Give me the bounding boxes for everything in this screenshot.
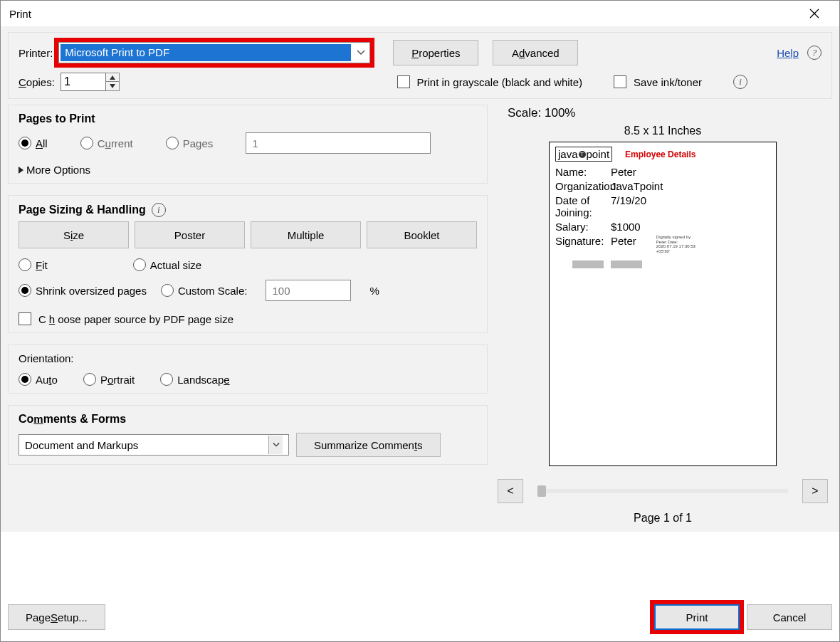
- custom-scale-input[interactable]: [266, 280, 351, 301]
- page-dimensions: 8.5 x 11 Inches: [498, 125, 828, 137]
- pages-to-print-title: Pages to Print: [19, 112, 477, 125]
- summarize-comments-button[interactable]: Summarize Comments: [296, 433, 441, 457]
- copies-input[interactable]: [61, 73, 106, 91]
- help-link[interactable]: Help: [777, 47, 799, 59]
- printer-label: Printer:: [19, 47, 53, 59]
- copies-up[interactable]: [106, 73, 119, 82]
- copies-down[interactable]: [106, 82, 119, 90]
- svg-marker-0: [110, 75, 115, 80]
- comments-select[interactable]: Document and Markups: [19, 434, 289, 456]
- custom-scale-radio[interactable]: Custom Scale:: [161, 284, 248, 297]
- actual-size-radio[interactable]: Actual size: [133, 258, 202, 271]
- tab-multiple[interactable]: Multiple: [251, 221, 361, 248]
- logo-icon: java T point: [555, 147, 612, 162]
- page-preview: java T point Employee Details Name:Peter…: [549, 142, 777, 466]
- page-setup-button[interactable]: Page Setup...: [8, 604, 105, 630]
- page-slider[interactable]: [537, 489, 788, 493]
- inktoner-checkbox[interactable]: Save ink/toner: [614, 75, 702, 88]
- comments-title: Comments & Forms: [19, 413, 477, 426]
- pages-current-radio[interactable]: Current: [80, 137, 133, 149]
- copies-label: Copies:: [19, 76, 55, 88]
- fit-radio[interactable]: Fit: [19, 258, 48, 271]
- help-info-icon[interactable]: ?: [807, 46, 821, 60]
- window-title: Print: [9, 8, 798, 20]
- pages-range-radio[interactable]: Pages: [166, 137, 214, 149]
- triangle-right-icon: [19, 167, 23, 174]
- percent-label: %: [369, 285, 379, 297]
- print-button[interactable]: Print: [654, 604, 740, 630]
- inktoner-info-icon[interactable]: i: [733, 75, 747, 89]
- properties-button[interactable]: Properties: [393, 40, 478, 65]
- preview-table: Name:Peter Organization:JavaTpoint Date …: [555, 166, 770, 253]
- paper-source-checkbox[interactable]: Choose paper source by PDF page size: [19, 312, 477, 325]
- tab-booklet[interactable]: Booklet: [367, 221, 477, 248]
- chevron-down-icon: [268, 436, 283, 454]
- advanced-button[interactable]: Advanced: [493, 40, 578, 65]
- orientation-auto-radio[interactable]: Auto: [19, 373, 58, 386]
- page-of-label: Page 1 of 1: [498, 512, 828, 525]
- pages-all-radio[interactable]: All: [19, 137, 48, 149]
- sizing-title: Page Sizing & Handling: [19, 204, 146, 216]
- more-options-toggle[interactable]: More Options: [19, 164, 477, 176]
- tab-poster[interactable]: Poster: [135, 221, 245, 248]
- preview-title: Employee Details: [625, 149, 695, 159]
- shrink-radio[interactable]: Shrink oversized pages: [19, 284, 147, 297]
- orientation-landscape-radio[interactable]: Landscape: [160, 373, 229, 386]
- orientation-portrait-radio[interactable]: Portrait: [83, 373, 135, 386]
- printer-selected-value: Microsoft Print to PDF: [61, 44, 351, 61]
- cancel-button[interactable]: Cancel: [747, 604, 832, 630]
- scale-label: Scale: 100%: [508, 106, 828, 120]
- close-button[interactable]: [798, 2, 831, 25]
- tab-size[interactable]: Size: [19, 221, 129, 248]
- sizing-info-icon[interactable]: i: [152, 203, 166, 217]
- next-page-button[interactable]: >: [802, 479, 828, 503]
- pages-range-input[interactable]: [246, 132, 431, 154]
- svg-marker-1: [110, 84, 115, 88]
- prev-page-button[interactable]: <: [498, 479, 523, 503]
- chevron-down-icon: [352, 43, 369, 63]
- grayscale-checkbox[interactable]: Print in grayscale (black and white): [397, 75, 583, 88]
- printer-select[interactable]: Microsoft Print to PDF: [58, 42, 370, 63]
- orientation-title: Orientation:: [19, 352, 477, 364]
